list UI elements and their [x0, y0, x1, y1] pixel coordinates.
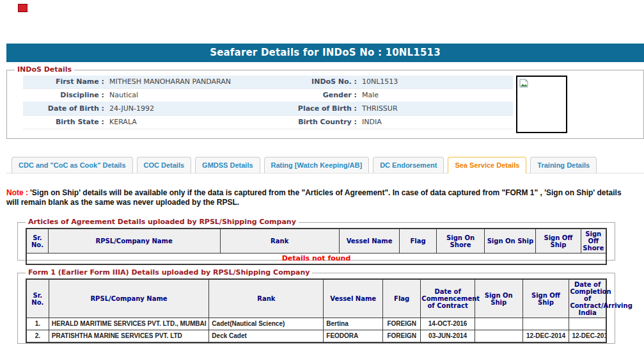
field-row: Date of Birth :24-JUN-1992Place of Birth…	[23, 102, 513, 116]
tab-gmdss-details[interactable]: GMDSS Details	[195, 157, 260, 173]
table-cell: FEODORA	[324, 330, 383, 343]
tab-cdc-and-coc-as-cook-details[interactable]: CDC and "CoC as Cook" Details	[12, 157, 133, 173]
tab-training-details[interactable]: Training Details	[530, 157, 597, 173]
table-cell	[522, 318, 569, 330]
column-header: Flag	[383, 279, 421, 318]
field-label: Birth State :	[23, 116, 109, 129]
column-header: Date of Commencement of Contract	[421, 279, 475, 318]
empty-message: Details not found	[26, 253, 606, 265]
column-header: Date of Completion of Contract/Arriving …	[569, 279, 606, 318]
table-cell	[475, 330, 522, 343]
form1-table: Sr. No.RPSL/Company NameRankVessel NameF…	[26, 278, 607, 343]
field-value: THRISSUR	[362, 102, 513, 115]
column-header: Vessel Name	[339, 229, 400, 253]
broken-image-icon	[519, 79, 528, 88]
field-row: Birth State :KERALABirth Country :INDIA	[23, 116, 513, 129]
indos-details-fieldset: INDoS Details First Name :MITHESH MANOHA…	[6, 70, 644, 139]
tab-bar: CDC and "CoC as Cook" DetailsCOC Details…	[6, 157, 644, 173]
note: Note :'Sign on Ship' details will be ava…	[6, 188, 632, 207]
field-label: First Name :	[23, 76, 109, 88]
form1-fieldset: Form 1 (Earlier Form IIIA) Details uploa…	[17, 273, 615, 344]
field-label: Date of Birth :	[23, 102, 109, 115]
form1-legend: Form 1 (Earlier Form IIIA) Details uploa…	[26, 268, 312, 277]
table-cell: FOREIGN	[383, 330, 421, 343]
column-header: Rank	[220, 229, 339, 253]
page: Seafarer Details for INDoS No : 10NL1513…	[0, 0, 644, 354]
column-header: Sign Off Shore	[581, 229, 606, 253]
field-row: Discipline :NauticalGender :Male	[23, 89, 513, 102]
articles-table: Sr. No.RPSL/Company NameRankVessel NameF…	[26, 228, 607, 265]
field-label: INDoS No. :	[279, 76, 362, 88]
table-cell: Bertina	[324, 318, 383, 330]
column-header: Sr. No.	[26, 279, 49, 318]
field-label: Birth Country :	[279, 116, 362, 129]
field-label: Discipline :	[23, 89, 109, 102]
column-header: Sr. No.	[26, 229, 48, 253]
photo-box	[516, 76, 567, 133]
indos-details-legend: INDoS Details	[15, 65, 74, 74]
page-title: Seafarer Details for INDoS No : 10NL1513	[210, 47, 441, 58]
column-header: Sign On Shore	[436, 229, 485, 253]
table-cell: Cadet(Nautical Science)	[209, 318, 324, 330]
articles-legend: Articles of Agreement Details uploaded b…	[26, 218, 299, 226]
field-value: MITHESH MANOHARAN PANDARAN	[109, 76, 279, 88]
table-row: 2.PRATISHTHA MARINE SERVICES PVT. LTDDec…	[26, 330, 606, 343]
table-cell: PRATISHTHA MARINE SERVICES PVT. LTD	[49, 330, 209, 343]
table-cell: HERALD MARITIME SERVICES PVT. LTD., MUMB…	[49, 318, 209, 330]
table-cell	[569, 318, 606, 330]
column-header: Sign Off Ship	[536, 229, 581, 253]
field-value: KERALA	[109, 116, 279, 129]
field-value: Nautical	[109, 89, 279, 102]
column-header: RPSL/Company Name	[48, 229, 220, 253]
field-value: 10NL1513	[362, 76, 513, 88]
table-cell	[475, 318, 522, 330]
table-cell: 03-JUN-2014	[421, 330, 475, 343]
column-header: Rank	[209, 279, 324, 318]
field-row: First Name :MITHESH MANOHARAN PANDARANIN…	[23, 76, 513, 89]
note-prefix: Note :	[6, 188, 28, 197]
note-text: 'Sign on Ship' details will be available…	[6, 188, 622, 207]
column-header: Vessel Name	[324, 279, 383, 318]
table-cell: 14-OCT-2016	[421, 318, 475, 330]
broken-image-marker	[18, 4, 27, 12]
field-label: Place of Birth :	[279, 102, 362, 115]
column-header: Sign Off Ship	[522, 279, 569, 318]
table-cell: Deck Cadet	[209, 330, 324, 343]
field-value: Male	[362, 89, 513, 102]
column-header: RPSL/Company Name	[49, 279, 209, 318]
table-row: 1.HERALD MARITIME SERVICES PVT. LTD., MU…	[26, 318, 606, 330]
column-header: Flag	[400, 229, 436, 253]
tab-coc-details[interactable]: COC Details	[137, 157, 192, 173]
field-value: INDIA	[362, 116, 513, 129]
title-bar: Seafarer Details for INDoS No : 10NL1513	[6, 44, 644, 62]
tab-rating-watch-keeping-ab[interactable]: Rating [Watch Keeping/AB]	[264, 157, 370, 173]
table-cell: 12-DEC-2014	[569, 330, 606, 343]
tab-dc-endorsement[interactable]: DC Endorsement	[373, 157, 444, 173]
tab-sea-service-details[interactable]: Sea Service Details	[448, 157, 526, 173]
table-cell: 12-DEC-2014	[522, 330, 569, 343]
table-cell: FOREIGN	[383, 318, 421, 330]
table-cell: 2.	[26, 330, 49, 343]
table-cell: 1.	[26, 318, 49, 330]
column-header: Sign On Ship	[485, 229, 536, 253]
indos-fields: First Name :MITHESH MANOHARAN PANDARANIN…	[23, 76, 513, 129]
field-label: Gender :	[279, 89, 362, 102]
field-value: 24-JUN-1992	[109, 102, 279, 115]
column-header: Sign On Ship	[475, 279, 522, 318]
articles-fieldset: Articles of Agreement Details uploaded b…	[17, 222, 615, 261]
